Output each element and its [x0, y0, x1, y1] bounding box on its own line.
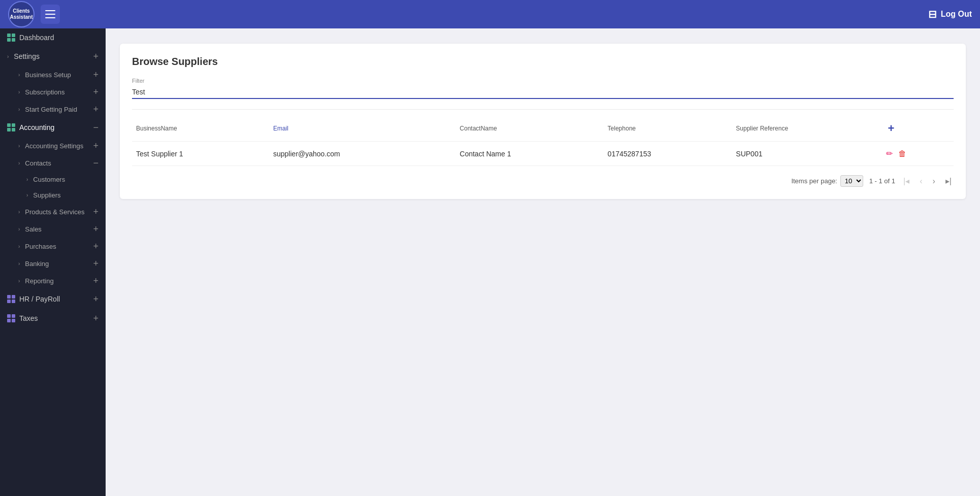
items-per-page-control: Items per page: 5 10 25 50	[791, 175, 863, 187]
cell-email: supplier@yahoo.com	[269, 142, 455, 166]
sidebar-item-purchases[interactable]: › Purchases +	[18, 238, 106, 255]
chevron-icon: ›	[18, 89, 20, 95]
chevron-icon: ›	[18, 261, 20, 267]
sidebar-item-subscriptions[interactable]: › Subscriptions +	[18, 83, 106, 101]
col-supplier-ref: Supplier Reference	[732, 118, 881, 142]
sidebar-item-customers[interactable]: › Customers	[26, 172, 106, 187]
chevron-icon: ›	[26, 192, 28, 198]
business-setup-expand-button[interactable]: +	[93, 70, 99, 79]
sidebar-label-reporting: Reporting	[25, 277, 53, 285]
logout-label: Log Out	[941, 10, 972, 19]
filter-input[interactable]	[132, 86, 954, 99]
hamburger-button[interactable]	[41, 5, 60, 24]
banking-expand-button[interactable]: +	[93, 259, 99, 268]
sidebar-label-sales: Sales	[25, 225, 42, 233]
col-actions: +	[882, 118, 954, 142]
items-per-page-label: Items per page:	[791, 177, 837, 185]
cell-contact-name: Contact Name 1	[455, 142, 603, 166]
hamburger-line	[45, 10, 55, 11]
page-info: 1 - 1 of 1	[869, 177, 895, 185]
logout-icon: ⊟	[928, 8, 937, 20]
chevron-icon: ›	[18, 209, 20, 215]
sidebar-label-suppliers: Suppliers	[33, 191, 60, 199]
sidebar-label-purchases: Purchases	[25, 243, 56, 250]
add-supplier-button[interactable]: +	[886, 122, 897, 135]
per-page-select[interactable]: 5 10 25 50	[840, 175, 863, 187]
sales-expand-button[interactable]: +	[93, 224, 99, 234]
accounting-settings-expand-button[interactable]: +	[93, 141, 99, 150]
taxes-expand-button[interactable]: +	[93, 314, 99, 323]
cell-business-name: Test Supplier 1	[132, 142, 269, 166]
sidebar-label-dashboard: Dashboard	[19, 34, 54, 42]
sidebar-label-taxes: Taxes	[19, 314, 38, 322]
sidebar-label-accounting: Accounting	[19, 123, 54, 131]
contacts-collapse-button[interactable]: −	[93, 158, 99, 168]
sidebar-label-settings: Settings	[14, 52, 40, 60]
col-telephone: Telephone	[604, 118, 732, 142]
page-title: Browse Suppliers	[132, 56, 954, 68]
purchases-expand-button[interactable]: +	[93, 242, 99, 251]
sidebar-label-banking: Banking	[25, 260, 49, 268]
sidebar-item-start-getting-paid[interactable]: › Start Getting Paid +	[18, 101, 106, 118]
products-expand-button[interactable]: +	[93, 207, 99, 216]
reporting-expand-button[interactable]: +	[93, 276, 99, 285]
sidebar-sub-settings: › Business Setup + › Subscriptions + › S…	[0, 66, 106, 118]
content-area: Browse Suppliers Filter BusinessName Ema…	[106, 28, 980, 496]
chevron-icon: ›	[18, 160, 20, 166]
sidebar-label-business-setup: Business Setup	[25, 71, 71, 79]
accounting-icon	[7, 123, 15, 131]
sidebar-item-contacts[interactable]: › Contacts −	[18, 154, 106, 172]
subscriptions-expand-button[interactable]: +	[93, 87, 99, 96]
sidebar-item-settings[interactable]: › Settings +	[0, 47, 106, 66]
main-layout: Dashboard › Settings + › Business Setup …	[0, 28, 980, 496]
hr-expand-button[interactable]: +	[93, 294, 99, 304]
table-row: Test Supplier 1 supplier@yahoo.com Conta…	[132, 142, 954, 166]
table-divider	[132, 109, 954, 110]
filter-section: Filter	[132, 78, 954, 99]
hamburger-line	[45, 14, 55, 15]
sidebar-item-hr-payroll[interactable]: HR / PayRoll +	[0, 289, 106, 309]
logo-badge: Clients Assistant	[8, 1, 35, 27]
chevron-icon: ›	[26, 177, 28, 182]
col-email: Email	[269, 118, 455, 142]
sidebar-item-dashboard[interactable]: Dashboard	[0, 28, 106, 47]
sidebar-label-start-getting-paid: Start Getting Paid	[25, 106, 77, 113]
pagination-area: Items per page: 5 10 25 50 1 - 1 of 1 |◂…	[132, 175, 954, 187]
sidebar: Dashboard › Settings + › Business Setup …	[0, 28, 106, 496]
sidebar-label-accounting-settings: Accounting Settings	[25, 142, 83, 150]
accounting-collapse-button[interactable]: −	[93, 123, 99, 132]
logout-button[interactable]: ⊟ Log Out	[928, 8, 972, 20]
start-getting-paid-expand-button[interactable]: +	[93, 105, 99, 114]
first-page-button[interactable]: |◂	[901, 175, 911, 187]
sidebar-item-sales[interactable]: › Sales +	[18, 220, 106, 238]
sidebar-item-business-setup[interactable]: › Business Setup +	[18, 66, 106, 83]
top-header: Clients Assistant ⊟ Log Out	[0, 0, 980, 28]
sidebar-item-suppliers[interactable]: › Suppliers	[26, 187, 106, 203]
next-page-button[interactable]: ›	[931, 176, 937, 187]
sidebar-item-accounting-settings[interactable]: › Accounting Settings +	[18, 137, 106, 154]
filter-label: Filter	[132, 78, 954, 84]
sidebar-item-taxes[interactable]: Taxes +	[0, 309, 106, 328]
sidebar-item-accounting[interactable]: Accounting −	[0, 118, 106, 137]
prev-page-button[interactable]: ‹	[918, 176, 924, 187]
sidebar-item-banking[interactable]: › Banking +	[18, 255, 106, 272]
cell-row-actions: ✏ 🗑	[882, 142, 954, 166]
chevron-icon: ›	[7, 54, 9, 59]
sidebar-item-products-services[interactable]: › Products & Services +	[18, 203, 106, 220]
hr-icon	[7, 295, 15, 303]
chevron-icon: ›	[18, 226, 20, 232]
chevron-icon: ›	[18, 143, 20, 149]
chevron-icon: ›	[18, 244, 20, 249]
delete-supplier-button[interactable]: 🗑	[898, 149, 906, 158]
sidebar-label-hr-payroll: HR / PayRoll	[19, 295, 60, 303]
logo-area: Clients Assistant	[8, 1, 60, 27]
sidebar-item-reporting[interactable]: › Reporting +	[18, 272, 106, 289]
col-contact-name: ContactName	[455, 118, 603, 142]
edit-supplier-button[interactable]: ✏	[886, 149, 893, 158]
header-row: BusinessName Email ContactName Telephone…	[132, 118, 954, 142]
settings-expand-button[interactable]: +	[93, 52, 99, 61]
chevron-icon: ›	[18, 107, 20, 112]
col-business-name: BusinessName	[132, 118, 269, 142]
last-page-button[interactable]: ▸|	[943, 175, 954, 187]
table-body: Test Supplier 1 supplier@yahoo.com Conta…	[132, 142, 954, 166]
